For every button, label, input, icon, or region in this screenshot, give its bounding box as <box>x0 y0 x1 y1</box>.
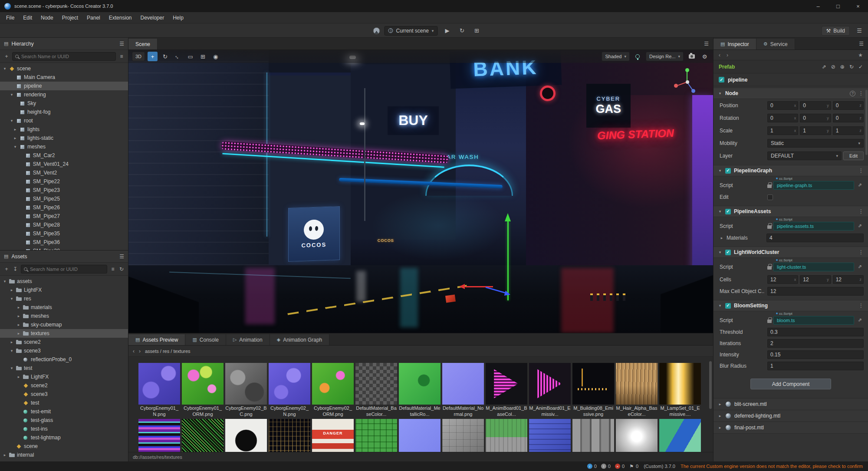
menu-item[interactable]: Extension <box>105 12 136 23</box>
bloom-property-field[interactable]: 1 <box>767 362 864 370</box>
hierarchy-node-row[interactable]: Sky <box>0 99 128 108</box>
expand-arrow-icon[interactable]: ▸ <box>720 236 724 240</box>
cells-x-field[interactable]: 12x <box>767 275 798 284</box>
expand-arrow-icon[interactable]: ▸ <box>718 402 722 406</box>
component-enabled-checkbox[interactable]: ✓ <box>725 303 731 309</box>
material-asset-row[interactable]: ▸ blit-screen.mtl <box>713 399 868 410</box>
asset-thumbnail[interactable]: DefaultMaterial_MetallicRo... <box>398 363 441 417</box>
expand-arrow-icon[interactable]: ▾ <box>13 145 17 149</box>
asset-tree-row[interactable]: ▸ meshes <box>0 312 128 320</box>
tab-scene[interactable]: Scene <box>128 39 158 49</box>
menu-item[interactable]: Developer <box>136 12 168 23</box>
hierarchy-node-row[interactable]: SM_Pipe38 <box>0 247 128 250</box>
hierarchy-node-row[interactable]: ▾ meshes <box>0 142 128 151</box>
expand-arrow-icon[interactable]: ▸ <box>10 340 14 344</box>
scene-settings-gear-icon[interactable]: ⚙ <box>700 52 710 61</box>
asset-thumbnail[interactable] <box>225 419 267 452</box>
help-icon[interactable]: ? <box>850 91 855 96</box>
add-component-button[interactable]: Add Component <box>750 379 831 389</box>
asset-tree-row[interactable]: ▸ LightFX <box>0 372 128 381</box>
asset-thumbnail[interactable]: M_Hair_Alpha_BaseColor... <box>615 363 658 417</box>
layer-edit-button[interactable]: Edit <box>843 152 864 160</box>
preview-tab[interactable]: ▤ Assets Preview <box>128 334 185 345</box>
more-options-icon[interactable]: ⋮ <box>858 208 864 214</box>
scale-x-field[interactable]: 1x <box>767 126 798 135</box>
z-axis-handle[interactable] <box>691 89 695 93</box>
asset-thumbnail[interactable]: M_Building08_Emissive.png <box>572 363 615 417</box>
preview-tab[interactable]: ▷ Animation <box>226 334 270 345</box>
menu-item[interactable]: Help <box>168 12 188 23</box>
expand-arrow-icon[interactable]: ▾ <box>3 279 7 283</box>
lighting-toggle-icon[interactable] <box>633 52 643 61</box>
hierarchy-filter-icon[interactable]: ≡ <box>118 53 125 59</box>
asset-thumbnail[interactable] <box>485 419 528 452</box>
position-z-field[interactable]: 0z <box>833 101 864 110</box>
more-options-icon[interactable]: ⋮ <box>858 90 864 96</box>
expand-arrow-icon[interactable]: ▸ <box>3 453 7 457</box>
menu-item[interactable]: Edit <box>19 12 36 23</box>
script-asset-field[interactable]: pipeline-assets.ts <box>773 222 854 231</box>
asset-thumbnail[interactable]: CyborgEnemy02_ORM.png <box>312 363 354 417</box>
nav-forward-icon[interactable]: › <box>139 348 141 354</box>
component-enabled-checkbox[interactable]: ✓ <box>725 168 731 174</box>
y-axis-handle[interactable] <box>685 68 689 72</box>
status-count[interactable]: 0 <box>587 464 597 469</box>
expand-arrow-icon[interactable]: ▸ <box>16 375 21 379</box>
pipelinegraph-component-header[interactable]: ▾ ✓ PiepelineGraph ⋮ <box>713 165 868 176</box>
favorite-star-icon[interactable]: ★ <box>858 52 863 58</box>
hierarchy-node-row[interactable]: SM_Pipe35 <box>0 229 128 238</box>
component-enabled-checkbox[interactable]: ✓ <box>725 209 731 214</box>
asset-thumbnail[interactable] <box>268 419 311 452</box>
minimize-button[interactable]: – <box>808 0 828 12</box>
hierarchy-search-input[interactable] <box>12 52 116 61</box>
collapse-arrow-icon[interactable]: ▾ <box>718 168 722 173</box>
hierarchy-node-row[interactable]: ▸ lights-static <box>0 134 128 142</box>
move-tool-icon[interactable]: + <box>148 52 158 61</box>
assets-sort-icon[interactable]: ≡ <box>110 266 116 272</box>
asset-tree-row[interactable]: test-glass <box>0 416 128 425</box>
script-asset-field[interactable]: light-cluster.ts <box>773 263 854 271</box>
collapse-arrow-icon[interactable]: ▾ <box>718 209 722 214</box>
hierarchy-node-row[interactable]: SM_Pipe25 <box>0 194 128 203</box>
asset-tree-row[interactable]: scene <box>0 442 128 451</box>
camera-snapshot-icon[interactable] <box>687 52 697 61</box>
expand-arrow-icon[interactable]: ▸ <box>718 414 722 418</box>
node-component-header[interactable]: ▾ Node ? ⋮ <box>713 88 868 99</box>
asset-thumbnail[interactable] <box>615 419 658 452</box>
asset-tree-row[interactable]: ▾ res <box>0 294 128 303</box>
expand-arrow-icon[interactable]: ▸ <box>16 331 21 336</box>
lightworldcluster-component-header[interactable]: ▾ ✓ LightWorldCluster ⋮ <box>713 247 868 258</box>
transform-gizmo-icon[interactable]: ⊞ <box>198 52 208 61</box>
asset-thumbnail[interactable] <box>572 419 615 452</box>
materials-count-field[interactable]: 4 <box>766 234 864 242</box>
shading-mode-dropdown[interactable]: Shaded ▾ <box>602 52 629 61</box>
bloom-property-field[interactable]: 2 <box>767 339 864 348</box>
bloom-property-field[interactable]: 0.3 <box>767 328 864 336</box>
unlink-prefab-icon[interactable]: ⊘ <box>831 64 835 70</box>
script-asset-field[interactable]: bloom.ts <box>773 316 854 325</box>
more-options-icon[interactable]: ⋮ <box>858 168 864 174</box>
asset-thumbnail[interactable] <box>442 419 484 452</box>
hierarchy-node-row[interactable]: SM_Pipe26 <box>0 203 128 212</box>
hierarchy-node-row[interactable]: ▾ scene <box>0 64 128 73</box>
cells-z-field[interactable]: 12z <box>833 275 864 284</box>
tab-inspector[interactable]: ▤ Inspector <box>713 39 756 49</box>
asset-thumbnail[interactable]: CyborgEnemy02_N.png <box>268 363 311 417</box>
hierarchy-node-row[interactable]: SM_Pipe22 <box>0 177 128 186</box>
expand-arrow-icon[interactable]: ▸ <box>16 305 21 310</box>
scene-viewport[interactable]: BANK BUY CYBER GAS GING STATION CAR WASH <box>128 50 713 333</box>
asset-thumbnail[interactable] <box>181 419 224 452</box>
asset-tree-row[interactable]: reflectionProbe_0 <box>0 355 128 364</box>
asset-tree-row[interactable]: test-emit <box>0 407 128 416</box>
expand-arrow-icon[interactable]: ▾ <box>10 366 14 370</box>
hierarchy-node-row[interactable]: ▾ root <box>0 116 128 125</box>
hierarchy-node-row[interactable]: SM_Pipe28 <box>0 221 128 229</box>
inspector-scrollbar[interactable] <box>865 90 868 155</box>
asset-thumbnail[interactable]: CyborgEnemy01_ORM.png <box>181 363 224 417</box>
layer-dropdown[interactable]: DEFAULT▾ <box>767 152 842 160</box>
expand-arrow-icon[interactable]: ▸ <box>16 323 21 327</box>
status-count[interactable]: 0 <box>601 464 611 469</box>
navigation-axis-gizmo[interactable] <box>673 67 702 96</box>
asset-thumbnail[interactable]: DefaultMaterial_BaseColor... <box>355 363 398 417</box>
asset-tree-row[interactable]: ▸ sky-cubemap <box>0 320 128 329</box>
